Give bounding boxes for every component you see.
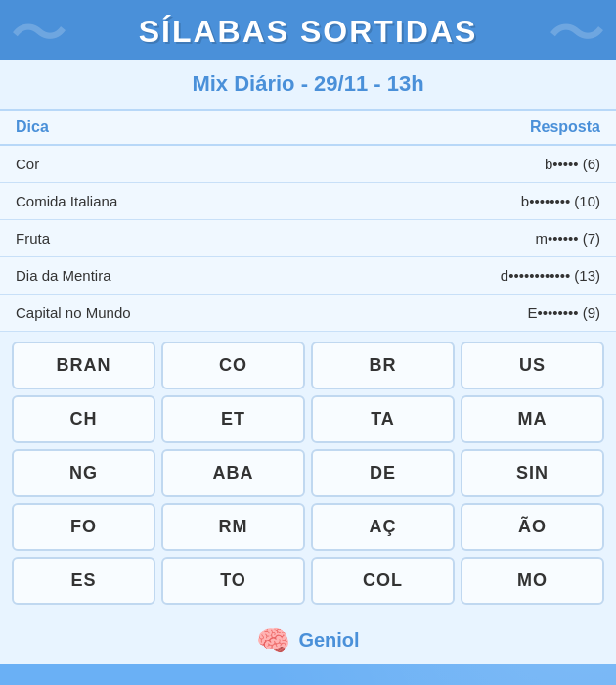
clue-dica: Dia da Mentira — [0, 257, 278, 295]
clues-table: Dica Resposta Corb••••• (6)Comida Italia… — [0, 111, 616, 332]
footer-brand: Geniol — [298, 629, 359, 652]
page-title: SÍLABAS SORTIDAS — [20, 14, 596, 50]
page-wrapper: 〜 〜 SÍLABAS SORTIDAS Mix Diário - 29/11 … — [0, 0, 616, 664]
table-row: Corb••••• (6) — [0, 145, 616, 183]
syllable-cell[interactable]: TO — [161, 557, 305, 605]
syllable-cell[interactable]: TA — [311, 395, 455, 443]
clue-dica: Comida Italiana — [0, 183, 278, 220]
syllable-cell[interactable]: BR — [311, 342, 455, 389]
subtitle-text: Mix Diário - 29/11 - 13h — [192, 71, 423, 96]
syllable-cell[interactable]: SIN — [461, 449, 604, 497]
syllables-section: BRANCOBRUSCHETTAMANGABADESINFORMAÇÃOESTO… — [0, 332, 616, 611]
clue-resposta: b•••••••• (10) — [278, 183, 617, 220]
clue-resposta: b••••• (6) — [278, 145, 617, 183]
syllable-cell[interactable]: CO — [161, 342, 305, 389]
header: 〜 〜 SÍLABAS SORTIDAS — [0, 0, 616, 60]
syllable-cell[interactable]: BRAN — [12, 342, 155, 389]
syllable-cell[interactable]: AÇ — [311, 503, 455, 551]
table-row: Capital no MundoE•••••••• (9) — [0, 295, 616, 332]
footer: 🧠 Geniol — [0, 618, 616, 664]
clue-resposta: E•••••••• (9) — [278, 295, 617, 332]
clues-table-body: Corb••••• (6)Comida Italianab•••••••• (1… — [0, 145, 616, 332]
syllable-cell[interactable]: CH — [12, 395, 155, 443]
table-header-row: Dica Resposta — [0, 111, 616, 145]
table-row: Dia da Mentirad•••••••••••• (13) — [0, 257, 616, 295]
col-header-dica: Dica — [0, 111, 278, 145]
syllable-cell[interactable]: COL — [311, 557, 455, 605]
syllable-cell[interactable]: DE — [311, 449, 455, 497]
clue-resposta: m•••••• (7) — [278, 220, 617, 257]
syllable-cell[interactable]: ET — [161, 395, 305, 443]
table-row: Comida Italianab•••••••• (10) — [0, 183, 616, 220]
clue-dica: Fruta — [0, 220, 278, 257]
syllable-cell[interactable]: FO — [12, 503, 155, 551]
syllable-cell[interactable]: RM — [161, 503, 305, 551]
syllable-cell[interactable]: ES — [12, 557, 155, 605]
syllable-cell[interactable]: ABA — [161, 449, 305, 497]
syllable-cell[interactable]: MO — [461, 557, 604, 605]
syllables-grid: BRANCOBRUSCHETTAMANGABADESINFORMAÇÃOESTO… — [12, 342, 604, 605]
syllable-cell[interactable]: US — [461, 342, 604, 389]
clue-resposta: d•••••••••••• (13) — [278, 257, 617, 295]
syllable-cell[interactable]: NG — [12, 449, 155, 497]
col-header-resposta: Resposta — [278, 111, 617, 145]
clue-dica: Capital no Mundo — [0, 295, 278, 332]
main-content: Dica Resposta Corb••••• (6)Comida Italia… — [0, 111, 616, 618]
syllable-cell[interactable]: MA — [461, 395, 604, 443]
syllable-cell[interactable]: ÃO — [461, 503, 604, 551]
subtitle-bar: Mix Diário - 29/11 - 13h — [0, 60, 616, 111]
geniol-icon: 🧠 — [256, 624, 290, 657]
table-row: Frutam•••••• (7) — [0, 220, 616, 257]
clue-dica: Cor — [0, 145, 278, 183]
